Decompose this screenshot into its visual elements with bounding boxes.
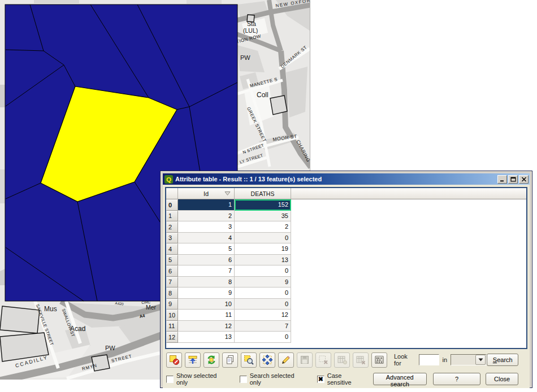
column-header-id-label: Id [203, 190, 209, 197]
id-cell[interactable]: 4 [178, 233, 235, 244]
unselect-all-button[interactable] [166, 352, 182, 368]
checkbox-label: Show selected only [176, 372, 229, 386]
attribute-table: Id DEATHS 011521235232340451956136707898… [165, 187, 527, 349]
deaths-cell[interactable]: 0 [235, 288, 291, 299]
row-number-cell[interactable]: 6 [166, 265, 178, 277]
id-cell[interactable]: 6 [178, 255, 235, 266]
look-for-input[interactable] [419, 354, 439, 365]
id-cell[interactable]: 10 [178, 299, 235, 310]
pan-to-selection-icon [262, 354, 273, 365]
table-row[interactable]: 340 [166, 233, 526, 244]
toggle-editing-icon [280, 354, 292, 365]
deaths-cell[interactable]: 7 [235, 321, 291, 332]
id-cell[interactable]: 8 [178, 277, 235, 288]
invert-selection-icon [206, 354, 217, 365]
table-row[interactable]: 101112 [166, 310, 526, 321]
invert-selection-button[interactable] [203, 352, 219, 368]
row-number-cell[interactable]: 5 [166, 255, 178, 266]
pan-to-selection-button[interactable] [259, 352, 275, 368]
row-number-cell[interactable]: 0 [166, 199, 178, 211]
checkbox-case-sensitive[interactable]: ✖Case sensitive [317, 372, 367, 386]
table-header-row: Id DEATHS [166, 188, 526, 199]
deaths-cell[interactable]: 0 [235, 265, 291, 277]
table-row[interactable]: 890 [166, 288, 526, 299]
minimize-button[interactable] [497, 175, 507, 184]
deaths-cell[interactable]: 9 [235, 277, 291, 288]
zoom-to-selection-button[interactable] [241, 352, 257, 368]
table-corner-cell[interactable] [166, 188, 178, 199]
close-dialog-button[interactable]: Close [486, 373, 518, 385]
checkbox-show-selected-only[interactable]: Show selected only [166, 372, 229, 386]
table-row[interactable]: 11127 [166, 321, 526, 332]
row-number-cell[interactable]: 3 [166, 233, 178, 244]
toggle-editing-button[interactable] [278, 352, 294, 368]
table-row[interactable]: 4519 [166, 243, 526, 255]
id-cell[interactable]: 12 [178, 321, 235, 332]
id-cell[interactable]: 13 [178, 332, 235, 343]
table-row[interactable]: 232 [166, 221, 526, 233]
table-row[interactable]: 1235 [166, 211, 526, 222]
table-row[interactable]: 01152 [166, 199, 526, 211]
field-calculator-button[interactable] [371, 352, 387, 368]
table-row[interactable]: 5613 [166, 255, 526, 266]
field-calculator-icon [374, 354, 385, 365]
save-edits-icon [299, 354, 310, 365]
delete-selected-icon [318, 354, 329, 365]
dialog-footer: Show selected onlySearch selected only✖C… [165, 372, 527, 386]
deaths-cell[interactable]: 13 [235, 255, 291, 266]
close-icon[interactable] [519, 175, 529, 184]
copy-selected-rows-button[interactable] [222, 352, 238, 368]
deaths-cell[interactable]: 0 [235, 233, 291, 244]
chevron-down-icon[interactable] [475, 355, 486, 365]
column-header-deaths[interactable]: DEATHS [235, 188, 291, 199]
row-number-cell[interactable]: 7 [166, 277, 178, 288]
id-cell[interactable]: 11 [178, 310, 235, 321]
dialog-titlebar[interactable]: Q Attribute table - Result :: 1 / 13 fea… [163, 173, 530, 185]
field-combobox[interactable] [451, 354, 487, 365]
table-row[interactable]: 670 [166, 265, 526, 277]
move-selection-to-top-button[interactable] [185, 352, 201, 368]
deaths-cell[interactable]: 35 [235, 211, 291, 222]
table-toolbar: Look for in Search [165, 352, 527, 368]
advanced-search-button[interactable]: Advanced search [373, 373, 427, 385]
deaths-cell[interactable]: 12 [235, 310, 291, 321]
deaths-cell[interactable]: 0 [235, 332, 291, 343]
row-number-cell[interactable]: 8 [166, 288, 178, 299]
id-cell[interactable]: 9 [178, 288, 235, 299]
row-number-cell[interactable]: 9 [166, 299, 178, 310]
move-selection-to-top-icon [187, 354, 198, 365]
new-column-icon [336, 354, 348, 365]
svg-text:Q: Q [166, 176, 171, 183]
id-cell[interactable]: 2 [178, 211, 235, 222]
search-button[interactable]: Search [487, 354, 518, 366]
id-cell[interactable]: 1 [178, 199, 235, 211]
deaths-cell[interactable]: 152 [235, 199, 291, 211]
sort-indicator-icon [224, 191, 231, 196]
row-number-cell[interactable]: 10 [166, 310, 178, 321]
id-cell[interactable]: 5 [178, 243, 235, 255]
checkbox-label: Search selected only [250, 372, 307, 386]
dialog-title: Attribute table - Result :: 1 / 13 featu… [175, 176, 496, 182]
id-cell[interactable]: 3 [178, 221, 235, 233]
zoom-to-selection-icon [243, 354, 254, 365]
deaths-cell[interactable]: 19 [235, 243, 291, 255]
maximize-button[interactable] [508, 175, 518, 184]
row-number-cell[interactable]: 12 [166, 332, 178, 343]
unchecked-checkbox-icon[interactable] [240, 376, 247, 383]
column-header-id[interactable]: Id [178, 188, 235, 199]
checked-checkbox-icon[interactable]: ✖ [317, 376, 324, 383]
row-number-cell[interactable]: 1 [166, 211, 178, 222]
help-button[interactable]: ? [433, 373, 480, 385]
attribute-table-dialog: Q Attribute table - Result :: 1 / 13 fea… [160, 171, 532, 388]
unchecked-checkbox-icon[interactable] [166, 376, 174, 383]
checkbox-search-selected-only[interactable]: Search selected only [240, 372, 307, 386]
table-row[interactable]: 9100 [166, 299, 526, 310]
table-row[interactable]: 789 [166, 277, 526, 288]
row-number-cell[interactable]: 4 [166, 243, 178, 255]
id-cell[interactable]: 7 [178, 265, 235, 277]
row-number-cell[interactable]: 2 [166, 221, 178, 233]
row-number-cell[interactable]: 11 [166, 321, 178, 332]
table-row[interactable]: 12130 [166, 332, 526, 343]
deaths-cell[interactable]: 0 [235, 299, 291, 310]
deaths-cell[interactable]: 2 [235, 221, 291, 233]
